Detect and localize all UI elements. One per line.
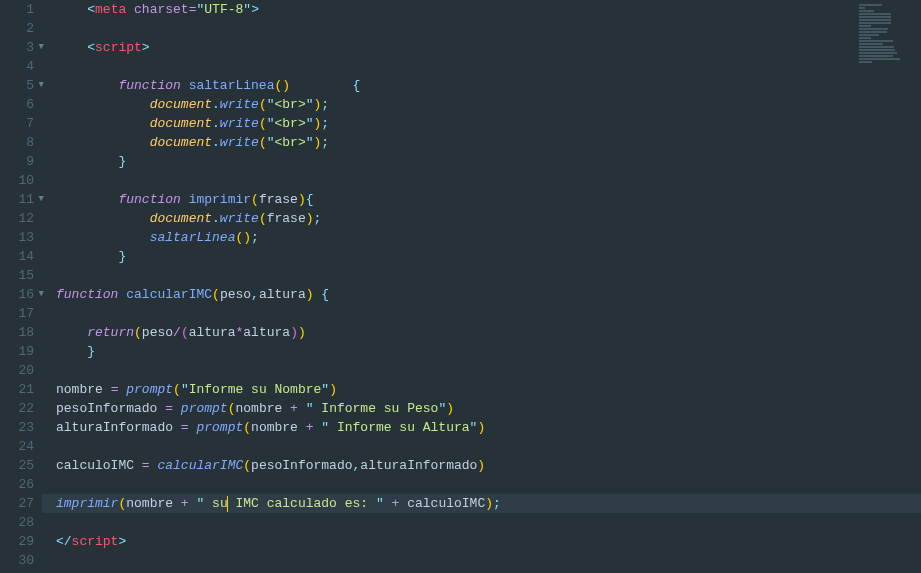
- code-line[interactable]: <meta charset="UTF-8">: [56, 0, 921, 19]
- line-number: 12: [0, 209, 34, 228]
- code-line[interactable]: [56, 304, 921, 323]
- code-line[interactable]: [56, 57, 921, 76]
- code-line[interactable]: [56, 266, 921, 285]
- line-number: 20: [0, 361, 34, 380]
- code-line[interactable]: document.write("<br>");: [56, 95, 921, 114]
- line-number: 22: [0, 399, 34, 418]
- line-number: 30: [0, 551, 34, 570]
- line-number: 19: [0, 342, 34, 361]
- line-number: 9: [0, 152, 34, 171]
- code-line[interactable]: }: [56, 247, 921, 266]
- line-number: 6: [0, 95, 34, 114]
- line-number: 10: [0, 171, 34, 190]
- line-number: 15: [0, 266, 34, 285]
- code-line[interactable]: }: [56, 152, 921, 171]
- code-line[interactable]: function imprimir(frase){: [56, 190, 921, 209]
- line-number: 25: [0, 456, 34, 475]
- code-line[interactable]: [56, 19, 921, 38]
- code-editor[interactable]: 123▼45▼67891011▼1213141516▼1718192021222…: [0, 0, 921, 573]
- code-line[interactable]: document.write(frase);: [56, 209, 921, 228]
- line-number: 27: [0, 494, 34, 513]
- line-number: 18: [0, 323, 34, 342]
- line-number: 16▼: [0, 285, 34, 304]
- code-line[interactable]: pesoInformado = prompt(nombre + " Inform…: [56, 399, 921, 418]
- code-line[interactable]: [56, 475, 921, 494]
- line-number: 17: [0, 304, 34, 323]
- code-line[interactable]: function calcularIMC(peso,altura) {: [56, 285, 921, 304]
- code-line[interactable]: }: [56, 342, 921, 361]
- line-number: 11▼: [0, 190, 34, 209]
- line-number: 4: [0, 57, 34, 76]
- code-line[interactable]: </script>: [56, 532, 921, 551]
- code-line[interactable]: return(peso/(altura*altura)): [56, 323, 921, 342]
- minimap[interactable]: [859, 4, 917, 64]
- line-number: 3▼: [0, 38, 34, 57]
- code-line[interactable]: [56, 551, 921, 570]
- code-line[interactable]: <script>: [56, 38, 921, 57]
- line-number: 8: [0, 133, 34, 152]
- line-number-gutter: 123▼45▼67891011▼1213141516▼1718192021222…: [0, 0, 42, 573]
- code-area[interactable]: <meta charset="UTF-8"> <script> function…: [42, 0, 921, 573]
- line-number: 2: [0, 19, 34, 38]
- line-number: 1: [0, 0, 34, 19]
- code-line[interactable]: document.write("<br>");: [56, 133, 921, 152]
- code-line[interactable]: document.write("<br>");: [56, 114, 921, 133]
- line-number: 5▼: [0, 76, 34, 95]
- line-number: 14: [0, 247, 34, 266]
- code-line[interactable]: [56, 171, 921, 190]
- code-line[interactable]: imprimir(nombre + " su IMC calculado es:…: [56, 494, 921, 513]
- line-number: 28: [0, 513, 34, 532]
- code-line[interactable]: [56, 437, 921, 456]
- code-line[interactable]: [56, 361, 921, 380]
- line-number: 26: [0, 475, 34, 494]
- code-line[interactable]: alturaInformado = prompt(nombre + " Info…: [56, 418, 921, 437]
- code-line[interactable]: nombre = prompt("Informe su Nombre"): [56, 380, 921, 399]
- code-line[interactable]: function saltarLinea() {: [56, 76, 921, 95]
- code-line[interactable]: calculoIMC = calcularIMC(pesoInformado,a…: [56, 456, 921, 475]
- line-number: 29: [0, 532, 34, 551]
- line-number: 7: [0, 114, 34, 133]
- line-number: 24: [0, 437, 34, 456]
- line-number: 21: [0, 380, 34, 399]
- line-number: 23: [0, 418, 34, 437]
- code-line[interactable]: saltarLinea();: [56, 228, 921, 247]
- line-number: 13: [0, 228, 34, 247]
- code-line[interactable]: [56, 513, 921, 532]
